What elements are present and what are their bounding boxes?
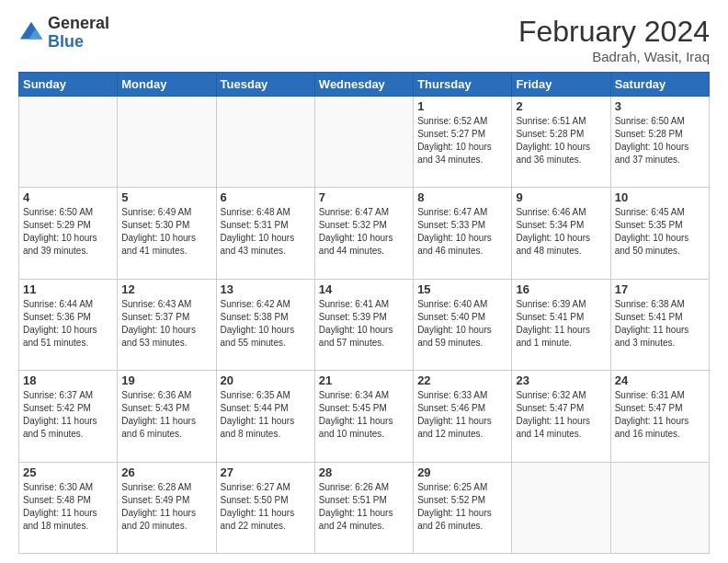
calendar-cell — [512, 462, 610, 553]
day-number: 1 — [417, 99, 507, 113]
day-info: Sunrise: 6:49 AM Sunset: 5:30 PM Dayligh… — [121, 206, 211, 258]
day-info: Sunrise: 6:39 AM Sunset: 5:41 PM Dayligh… — [516, 298, 606, 350]
title-section: February 2024 Badrah, Wasit, Iraq — [518, 15, 710, 64]
calendar-cell — [610, 462, 709, 553]
logo: General Blue — [18, 15, 109, 52]
calendar-cell — [314, 97, 413, 188]
day-number: 18 — [23, 373, 113, 387]
day-number: 28 — [319, 465, 409, 479]
day-info: Sunrise: 6:27 AM Sunset: 5:50 PM Dayligh… — [221, 481, 311, 533]
day-number: 13 — [221, 282, 311, 296]
calendar-cell: 12Sunrise: 6:43 AM Sunset: 5:37 PM Dayli… — [118, 279, 216, 370]
day-number: 4 — [23, 190, 113, 204]
day-number: 12 — [121, 282, 211, 296]
day-info: Sunrise: 6:28 AM Sunset: 5:49 PM Dayligh… — [121, 481, 211, 533]
day-info: Sunrise: 6:48 AM Sunset: 5:31 PM Dayligh… — [221, 206, 311, 258]
day-info: Sunrise: 6:44 AM Sunset: 5:36 PM Dayligh… — [23, 298, 113, 350]
day-number: 14 — [319, 282, 409, 296]
calendar-cell: 3Sunrise: 6:50 AM Sunset: 5:28 PM Daylig… — [610, 97, 709, 188]
calendar-cell: 1Sunrise: 6:52 AM Sunset: 5:27 PM Daylig… — [414, 97, 512, 188]
calendar-cell: 18Sunrise: 6:37 AM Sunset: 5:42 PM Dayli… — [19, 371, 118, 462]
calendar-cell: 13Sunrise: 6:42 AM Sunset: 5:38 PM Dayli… — [216, 279, 314, 370]
day-info: Sunrise: 6:26 AM Sunset: 5:51 PM Dayligh… — [319, 481, 409, 533]
day-header-wednesday: Wednesday — [314, 73, 413, 97]
calendar-cell: 24Sunrise: 6:31 AM Sunset: 5:47 PM Dayli… — [610, 371, 709, 462]
calendar-cell: 7Sunrise: 6:47 AM Sunset: 5:32 PM Daylig… — [314, 188, 413, 279]
day-info: Sunrise: 6:41 AM Sunset: 5:39 PM Dayligh… — [319, 298, 409, 350]
day-info: Sunrise: 6:46 AM Sunset: 5:34 PM Dayligh… — [516, 206, 606, 258]
calendar-cell: 14Sunrise: 6:41 AM Sunset: 5:39 PM Dayli… — [314, 279, 413, 370]
day-info: Sunrise: 6:50 AM Sunset: 5:28 PM Dayligh… — [615, 115, 705, 167]
day-info: Sunrise: 6:42 AM Sunset: 5:38 PM Dayligh… — [221, 298, 311, 350]
calendar-cell: 29Sunrise: 6:25 AM Sunset: 5:52 PM Dayli… — [414, 462, 512, 553]
logo-icon — [18, 20, 44, 46]
day-number: 26 — [121, 465, 211, 479]
calendar-cell: 17Sunrise: 6:38 AM Sunset: 5:41 PM Dayli… — [610, 279, 709, 370]
day-number: 22 — [417, 373, 507, 387]
calendar-cell: 23Sunrise: 6:32 AM Sunset: 5:47 PM Dayli… — [512, 371, 610, 462]
calendar-cell: 26Sunrise: 6:28 AM Sunset: 5:49 PM Dayli… — [118, 462, 216, 553]
day-number: 20 — [221, 373, 311, 387]
calendar-table: SundayMondayTuesdayWednesdayThursdayFrid… — [18, 72, 710, 554]
day-number: 10 — [615, 190, 705, 204]
day-number: 16 — [516, 282, 606, 296]
day-info: Sunrise: 6:51 AM Sunset: 5:28 PM Dayligh… — [516, 115, 606, 167]
calendar-cell: 10Sunrise: 6:45 AM Sunset: 5:35 PM Dayli… — [610, 188, 709, 279]
calendar-cell: 22Sunrise: 6:33 AM Sunset: 5:46 PM Dayli… — [414, 371, 512, 462]
logo-blue: Blue — [48, 33, 109, 52]
calendar-cell: 8Sunrise: 6:47 AM Sunset: 5:33 PM Daylig… — [414, 188, 512, 279]
calendar-cell — [19, 97, 118, 188]
day-number: 24 — [615, 373, 705, 387]
title-month-year: February 2024 — [518, 15, 710, 49]
day-number: 27 — [221, 465, 311, 479]
calendar-cell: 2Sunrise: 6:51 AM Sunset: 5:28 PM Daylig… — [512, 97, 610, 188]
day-header-saturday: Saturday — [610, 73, 709, 97]
day-info: Sunrise: 6:36 AM Sunset: 5:43 PM Dayligh… — [121, 389, 211, 441]
day-info: Sunrise: 6:50 AM Sunset: 5:29 PM Dayligh… — [23, 206, 113, 258]
day-info: Sunrise: 6:34 AM Sunset: 5:45 PM Dayligh… — [319, 389, 409, 441]
calendar-cell: 21Sunrise: 6:34 AM Sunset: 5:45 PM Dayli… — [314, 371, 413, 462]
calendar-cell: 6Sunrise: 6:48 AM Sunset: 5:31 PM Daylig… — [216, 188, 314, 279]
calendar-cell — [216, 97, 314, 188]
calendar-cell: 15Sunrise: 6:40 AM Sunset: 5:40 PM Dayli… — [414, 279, 512, 370]
day-info: Sunrise: 6:38 AM Sunset: 5:41 PM Dayligh… — [615, 298, 705, 350]
day-info: Sunrise: 6:30 AM Sunset: 5:48 PM Dayligh… — [23, 481, 113, 533]
calendar-cell: 25Sunrise: 6:30 AM Sunset: 5:48 PM Dayli… — [19, 462, 118, 553]
calendar-cell: 20Sunrise: 6:35 AM Sunset: 5:44 PM Dayli… — [216, 371, 314, 462]
day-header-friday: Friday — [512, 73, 610, 97]
day-number: 8 — [417, 190, 507, 204]
day-info: Sunrise: 6:25 AM Sunset: 5:52 PM Dayligh… — [417, 481, 507, 533]
calendar-cell — [118, 97, 216, 188]
day-number: 7 — [319, 190, 409, 204]
day-number: 19 — [121, 373, 211, 387]
calendar-cell: 28Sunrise: 6:26 AM Sunset: 5:51 PM Dayli… — [314, 462, 413, 553]
day-number: 2 — [516, 99, 606, 113]
day-info: Sunrise: 6:37 AM Sunset: 5:42 PM Dayligh… — [23, 389, 113, 441]
day-number: 21 — [319, 373, 409, 387]
day-info: Sunrise: 6:33 AM Sunset: 5:46 PM Dayligh… — [417, 389, 507, 441]
day-number: 23 — [516, 373, 606, 387]
day-number: 9 — [516, 190, 606, 204]
day-header-thursday: Thursday — [414, 73, 512, 97]
header: General Blue February 2024 Badrah, Wasit… — [18, 15, 710, 64]
day-number: 17 — [615, 282, 705, 296]
day-number: 25 — [23, 465, 113, 479]
day-info: Sunrise: 6:45 AM Sunset: 5:35 PM Dayligh… — [615, 206, 705, 258]
calendar-cell: 9Sunrise: 6:46 AM Sunset: 5:34 PM Daylig… — [512, 188, 610, 279]
day-info: Sunrise: 6:35 AM Sunset: 5:44 PM Dayligh… — [221, 389, 311, 441]
calendar-cell: 16Sunrise: 6:39 AM Sunset: 5:41 PM Dayli… — [512, 279, 610, 370]
day-info: Sunrise: 6:31 AM Sunset: 5:47 PM Dayligh… — [615, 389, 705, 441]
day-info: Sunrise: 6:32 AM Sunset: 5:47 PM Dayligh… — [516, 389, 606, 441]
title-location: Badrah, Wasit, Iraq — [518, 49, 710, 64]
calendar-cell: 11Sunrise: 6:44 AM Sunset: 5:36 PM Dayli… — [19, 279, 118, 370]
calendar-cell: 4Sunrise: 6:50 AM Sunset: 5:29 PM Daylig… — [19, 188, 118, 279]
calendar-cell: 27Sunrise: 6:27 AM Sunset: 5:50 PM Dayli… — [216, 462, 314, 553]
page: General Blue February 2024 Badrah, Wasit… — [0, 0, 728, 563]
day-number: 5 — [121, 190, 211, 204]
logo-text: General Blue — [48, 15, 109, 52]
day-number: 15 — [417, 282, 507, 296]
calendar-cell: 5Sunrise: 6:49 AM Sunset: 5:30 PM Daylig… — [118, 188, 216, 279]
day-header-sunday: Sunday — [19, 73, 118, 97]
day-header-monday: Monday — [118, 73, 216, 97]
day-info: Sunrise: 6:40 AM Sunset: 5:40 PM Dayligh… — [417, 298, 507, 350]
